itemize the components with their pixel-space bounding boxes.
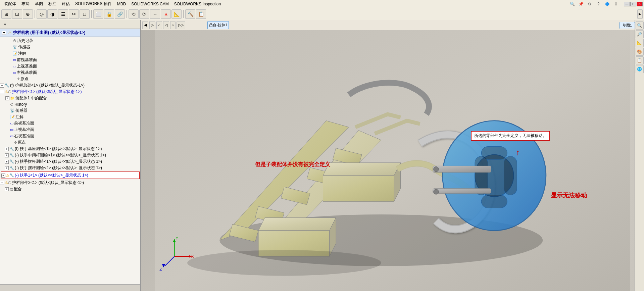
question-icon[interactable]: ?: [594, 0, 602, 8]
tree-header-expand[interactable]: ▼: [2, 31, 6, 35]
part1-expand[interactable]: —: [0, 90, 4, 94]
toolbar-btn-11[interactable]: 🔗: [115, 9, 125, 19]
tree-item-sub5[interactable]: + ⚠ 🔧 (-) 扶手1<1> (默认<<默认>_显示状态 1>): [1, 172, 140, 179]
feature-tab-btn[interactable]: 凸台-拉伸1: [207, 21, 229, 29]
tree-item-sub4[interactable]: + 🔧 (-) 扶手摆杆测绘<2> (默认<<默认>_显示状态 1>): [0, 165, 140, 171]
vp-next-btn[interactable]: ▷▷: [177, 21, 185, 29]
close-button[interactable]: ✕: [637, 2, 643, 6]
vp-play-btn[interactable]: ▷: [149, 21, 155, 29]
toolbar-more-button[interactable]: ▶: [637, 9, 643, 19]
tree-item-history[interactable]: ⏱ 历史记录: [0, 38, 140, 44]
toolbar-btn-4[interactable]: ◎: [37, 9, 47, 19]
menu-item-layout[interactable]: 布局: [19, 0, 32, 7]
tree-item-note[interactable]: 📝 注解: [0, 50, 140, 57]
sw-icon[interactable]: 🔷: [603, 0, 611, 8]
right-icon-5[interactable]: 📋: [636, 56, 644, 64]
menu-item-dimension[interactable]: 标注: [46, 0, 59, 7]
sub4-expand[interactable]: +: [5, 166, 9, 170]
tree-item-sub3[interactable]: + 🔧 (-) 扶手摆杆测绘<1> (默认<<默认>_显示状态 1>): [0, 158, 140, 165]
viewport-toolbar: ◀ ▷ ○ ◁ ○ ▷▷ 凸台-拉伸1 草图1: [141, 20, 644, 30]
sub3-expand[interactable]: +: [5, 160, 9, 164]
toolbar-btn-17[interactable]: 🔨: [185, 9, 195, 19]
tree-label-assembly1: (f) 护栏总架<1> (默认<默认_显示状态-1>): [10, 83, 85, 88]
toolbar-btn-6[interactable]: ☰: [58, 9, 68, 19]
maximize-button[interactable]: □: [630, 2, 636, 6]
toolbar-btn-5[interactable]: ◑: [47, 9, 57, 19]
filter-icon[interactable]: ▼: [1, 21, 9, 28]
menu-item-evaluate[interactable]: 评估: [59, 0, 72, 7]
toolbar-btn-7[interactable]: ✂: [69, 9, 79, 19]
svg-rect-20: [481, 195, 507, 208]
vp-back-btn[interactable]: ◀: [142, 21, 148, 29]
minimize-button[interactable]: —: [624, 2, 630, 6]
right-icon-1[interactable]: 🔍: [636, 21, 644, 30]
tree-item-right-plane[interactable]: ▭ 右视基准面: [0, 69, 140, 76]
right-icon-4[interactable]: 🎨: [636, 48, 644, 56]
tree-item-sub1[interactable]: + 🔧 (f) 扶手基座测绘<1> (默认<<默认>_显示状态 1>): [0, 146, 140, 152]
viewport-area[interactable]: Y X Z 所选的零部件为完全定义，无法被移动。 ↑ 但是子装: [141, 30, 644, 291]
toolbar-btn-9[interactable]: ⬜: [93, 9, 103, 19]
menu-item-sw-plugin[interactable]: SOLIDWORKS 插件: [72, 0, 114, 7]
menu-bar: 装配体 布局 草图 标注 评估 SOLIDWORKS 插件 MBD SOLIDW…: [0, 0, 644, 8]
toolbar-btn-12[interactable]: ⟲: [129, 9, 139, 19]
vp-prev-btn[interactable]: ◁: [163, 21, 169, 29]
tree-label-sensor2: 传感器: [15, 108, 28, 113]
tree-item-sensor2[interactable]: 📡 传感器: [0, 107, 140, 114]
tree-item-top-plane2[interactable]: ▭ 上视基准面: [0, 127, 140, 133]
sub1-expand[interactable]: +: [5, 147, 9, 151]
tree-item-part1[interactable]: — ⚠ ⬡ 护栏部件<1> (默认<默认_显示状态-1>): [0, 89, 140, 95]
tree-item-origin2[interactable]: ✛ 原点: [0, 139, 140, 146]
vp-circle-btn[interactable]: ○: [170, 21, 176, 29]
toolbar-btn-15[interactable]: 🔺: [161, 9, 171, 19]
part2-expand[interactable]: +: [0, 181, 4, 185]
menu-item-assembly[interactable]: 装配体: [1, 0, 19, 7]
tree-header-warning: ⚠: [8, 31, 12, 35]
toolbar-btn-1[interactable]: ⊞: [1, 9, 11, 19]
vp-record-btn[interactable]: ○: [156, 21, 162, 29]
toolbar-btn-3[interactable]: ⊕: [23, 9, 33, 19]
gear-icon[interactable]: ⚙: [586, 0, 594, 8]
menu-item-sketch[interactable]: 草图: [32, 0, 46, 7]
tree-item-origin[interactable]: ✛ 原点: [0, 76, 140, 82]
menu-item-mbd[interactable]: MBD: [114, 1, 129, 7]
tree-item-sensor[interactable]: 📡 传感器: [0, 44, 140, 50]
tree-item-history2[interactable]: ⏱ History: [0, 101, 140, 107]
tree-item-front-plane[interactable]: ▭ 前视基准面: [0, 57, 140, 63]
right-icon-3[interactable]: 📐: [636, 39, 644, 47]
sketch-tab[interactable]: 草图1: [620, 22, 635, 29]
tree-item-mates-top[interactable]: + ⛓ 配合: [0, 186, 140, 192]
toolbar-btn-8[interactable]: □: [80, 9, 90, 19]
tree-item-right-plane2[interactable]: ▭ 右视基准面: [0, 133, 140, 139]
tree-label-sensor: 传感器: [18, 44, 30, 50]
monitor-icon[interactable]: 🖥: [612, 0, 620, 8]
right-icon-2[interactable]: 🔎: [636, 30, 644, 38]
tree-item-assembly1[interactable]: + 🔧 (f) 护栏总架<1> (默认<默认_显示状态-1>): [0, 82, 140, 89]
search-icon[interactable]: 🔍: [568, 0, 576, 8]
tree-item-top-plane[interactable]: ▭ 上视基准面: [0, 63, 140, 69]
menu-item-sw-cam[interactable]: SOLIDWORKS CAM: [129, 1, 171, 7]
toolbar-btn-13[interactable]: ⟳: [139, 9, 149, 19]
mates1-expand[interactable]: +: [5, 96, 9, 100]
mates-top-expand[interactable]: +: [5, 187, 9, 191]
tree-label-sub5: (-) 扶手1<1> (默认<<默认>_显示状态 1>): [15, 173, 88, 178]
assembly1-expand[interactable]: +: [0, 84, 4, 88]
tree-content: ⏱ 历史记录 📡 传感器 📝 注解 ▭ 前视: [0, 37, 140, 284]
svg-marker-9: [258, 217, 336, 231]
toolbar-btn-14[interactable]: ↔: [150, 9, 160, 19]
toolbar-btn-18[interactable]: 📋: [196, 9, 206, 19]
sub5-expand[interactable]: +: [1, 174, 5, 178]
sub2-expand[interactable]: +: [5, 153, 9, 157]
toolbar-btn-10[interactable]: 🔒: [104, 9, 114, 19]
toolbar-btn-16[interactable]: 📐: [171, 9, 182, 19]
toolbar-btn-2[interactable]: ⊡: [12, 9, 22, 19]
tree-item-part2[interactable]: + ⚠ ⬡ 护栏部件2<1> (默认<默认_显示状态-1>): [0, 180, 140, 186]
tree-label-mates-top: 配合: [14, 186, 22, 192]
tree-item-sub2[interactable]: + 🔧 (-) 扶手中间杆测绘<1> (默认<<默认>_显示状态 1>): [0, 152, 140, 158]
pin-icon[interactable]: 📌: [577, 0, 585, 8]
tree-item-front-plane2[interactable]: ▭ 前视基准面: [0, 120, 140, 127]
menu-item-sw-inspection[interactable]: SOLIDWORKS Inspection: [171, 1, 224, 7]
tree-item-note2[interactable]: 📝 注解: [0, 114, 140, 120]
right-icon-6[interactable]: 🌐: [636, 65, 644, 73]
cad-model-svg: Y X Z: [141, 30, 644, 291]
tree-item-mates1[interactable]: + 📁 装配体1 中的配合: [0, 95, 140, 101]
